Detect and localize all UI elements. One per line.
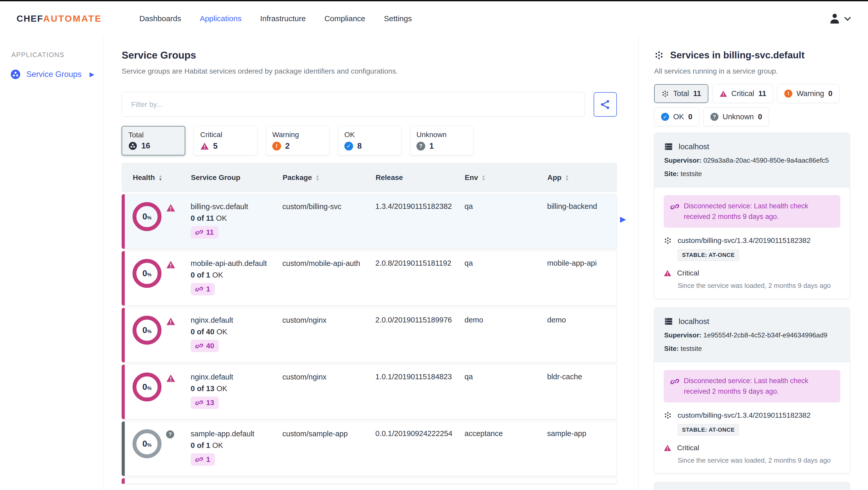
- status-pills: Total 11 Critical 11 ! Warning 0 ✓ OK 0 …: [654, 84, 850, 126]
- health-percent: 0: [142, 325, 147, 335]
- server-icon: [664, 317, 673, 326]
- nav-infrastructure[interactable]: Infrastructure: [260, 14, 306, 23]
- service-group-cell: nginx.default 0 of 40 OK 40: [191, 316, 282, 355]
- server-icon: [664, 142, 673, 151]
- table-row[interactable]: 0% mobile-api-auth.default 0 of 1 OK 1 c…: [122, 251, 617, 306]
- column-health[interactable]: Health ▲▼: [133, 173, 191, 182]
- column-release[interactable]: Release: [376, 173, 465, 182]
- summary-card-unknown[interactable]: Unknown ? 1: [410, 126, 473, 155]
- ok-count: 0 of 13 OK: [191, 384, 282, 393]
- services-icon: [654, 50, 664, 60]
- disconnected-badge[interactable]: 1: [191, 453, 215, 466]
- detail-subtitle: All services running in a service group.: [654, 67, 850, 76]
- pill-ok[interactable]: ✓ OK 0: [654, 107, 699, 126]
- critical-icon: [664, 444, 672, 452]
- nav-applications[interactable]: Applications: [200, 14, 242, 23]
- disconnected-badge[interactable]: 13: [191, 396, 219, 409]
- pill-total[interactable]: Total 11: [654, 84, 708, 103]
- service-group-cell: mobile-api-auth.default 0 of 1 OK 1: [191, 259, 282, 298]
- service-group-cell: nginx.default 0 of 13 OK 13: [191, 372, 282, 411]
- share-button[interactable]: [594, 92, 617, 117]
- table-row[interactable]: 0% nginx.default 0 of 40 OK 40 custom/ng…: [122, 308, 617, 362]
- env-cell: demo: [464, 316, 547, 355]
- summary-card-warning[interactable]: Warning ! 2: [266, 126, 330, 155]
- main-content: Service Groups Service groups are Habita…: [103, 36, 638, 490]
- disconnected-badge[interactable]: 40: [191, 340, 219, 352]
- logo-chef: CHEF: [17, 13, 43, 24]
- pill-label: Critical: [731, 89, 754, 98]
- column-app[interactable]: App ▲▼: [548, 173, 612, 182]
- release-cell: 1.3.4/20190115182382: [375, 202, 464, 241]
- nav-dashboards[interactable]: Dashboards: [139, 14, 181, 23]
- table-row[interactable]: [122, 478, 617, 484]
- release-cell: 0.0.1/20190924222254: [375, 429, 464, 468]
- logo-automate: AUTOMATE: [43, 13, 102, 24]
- summary-card-total[interactable]: Total 16: [122, 126, 185, 155]
- column-label: App: [548, 173, 561, 182]
- health-donut: 0%: [132, 372, 161, 401]
- nav-settings[interactable]: Settings: [384, 14, 412, 23]
- env-cell: qa: [464, 259, 547, 298]
- table-row[interactable]: 0% nginx.default 0 of 13 OK 13 custom/ng…: [122, 364, 617, 419]
- ok-count: 0 of 1 OK: [191, 270, 282, 279]
- broken-link-icon: [195, 228, 203, 236]
- table-row[interactable]: 0% ? sample-app.default 0 of 1 OK 1 cust…: [122, 421, 617, 476]
- health-donut: 0%: [132, 259, 161, 288]
- table-row[interactable]: 0% billing-svc.default 0 of 11 OK 11 cus…: [122, 194, 617, 249]
- critical-icon: [200, 142, 209, 151]
- app-cell: mobile-app-api: [547, 259, 612, 298]
- critical-icon: [719, 90, 727, 98]
- service-group-name: billing-svc.default: [191, 202, 271, 211]
- column-service-group[interactable]: Service Group: [191, 173, 283, 182]
- column-package[interactable]: Package ▲▼: [283, 173, 376, 182]
- services-detail-panel: Services in billing-svc.default All serv…: [638, 36, 868, 490]
- disconnected-count: 13: [206, 399, 214, 407]
- health-percent-unit: %: [147, 272, 152, 277]
- chef-automate-logo[interactable]: CHEF AUTOMATE: [17, 13, 102, 24]
- summary-card-critical[interactable]: Critical 5: [194, 126, 257, 155]
- health-percent-unit: %: [147, 386, 152, 391]
- critical-icon: [166, 260, 176, 269]
- pill-label: OK: [673, 112, 684, 121]
- service-card-header: localhost Supervisor: 029a3a8a-20ac-4590…: [654, 133, 850, 188]
- site-line: Site: testsite: [664, 345, 840, 353]
- pill-warning[interactable]: ! Warning 0: [777, 84, 839, 103]
- broken-link-icon: [195, 342, 203, 350]
- table-header: Health ▲▼ Service Group Package ▲▼ Relea…: [122, 163, 617, 192]
- pill-critical[interactable]: Critical 11: [712, 84, 773, 103]
- disconnected-count: 1: [206, 455, 210, 464]
- critical-icon: [166, 373, 176, 383]
- sort-icons: ▲▼: [316, 174, 319, 181]
- channel-badge: STABLE: AT-ONCE: [678, 250, 739, 261]
- pill-unknown[interactable]: ? Unknown 0: [704, 107, 769, 126]
- health-percent-unit: %: [147, 442, 152, 448]
- detail-title: Services in billing-svc.default: [670, 49, 804, 61]
- health-donut: 0%: [132, 429, 161, 458]
- package-identifier: custom/billing-svc/1.3.4/20190115182382: [678, 236, 811, 245]
- column-env[interactable]: Env ▲▼: [465, 173, 548, 182]
- service-card: localhost Supervisor: 1e95554f-2cb8-4c52…: [654, 307, 850, 473]
- filter-input[interactable]: [122, 92, 585, 117]
- chevron-down-icon: [844, 14, 851, 21]
- disconnected-badge[interactable]: 1: [191, 283, 215, 295]
- summary-card-ok[interactable]: OK ✓ 8: [338, 126, 401, 155]
- page-title: Service Groups: [122, 49, 617, 61]
- summary-count: 8: [357, 141, 362, 151]
- sidebar: APPLICATIONS Service Groups ▶: [0, 36, 103, 490]
- health-cell: 0% ?: [132, 429, 191, 468]
- package-identifier: custom/billing-svc/1.3.4/20190115182382: [678, 411, 811, 420]
- nav-compliance[interactable]: Compliance: [324, 14, 365, 23]
- sort-icons: ▲▼: [565, 174, 569, 181]
- host-name: localhost: [679, 317, 709, 326]
- user-menu[interactable]: [829, 13, 850, 25]
- pill-label: Warning: [797, 89, 824, 98]
- release-cell: 2.0.0/20190115189976: [375, 316, 464, 355]
- service-card: localhost Supervisor: 2fb65869-de1b-4341…: [654, 482, 850, 490]
- sidebar-item-service-groups[interactable]: Service Groups ▶: [10, 69, 94, 79]
- summary-cards: Total 16 Critical 5 Warning ! 2: [122, 126, 617, 155]
- disconnected-badge[interactable]: 11: [191, 226, 219, 238]
- health-percent-unit: %: [147, 329, 152, 334]
- health-status: Critical: [677, 269, 699, 277]
- row-expand-arrow-icon[interactable]: ▶: [620, 215, 626, 224]
- summary-count: 16: [141, 141, 150, 151]
